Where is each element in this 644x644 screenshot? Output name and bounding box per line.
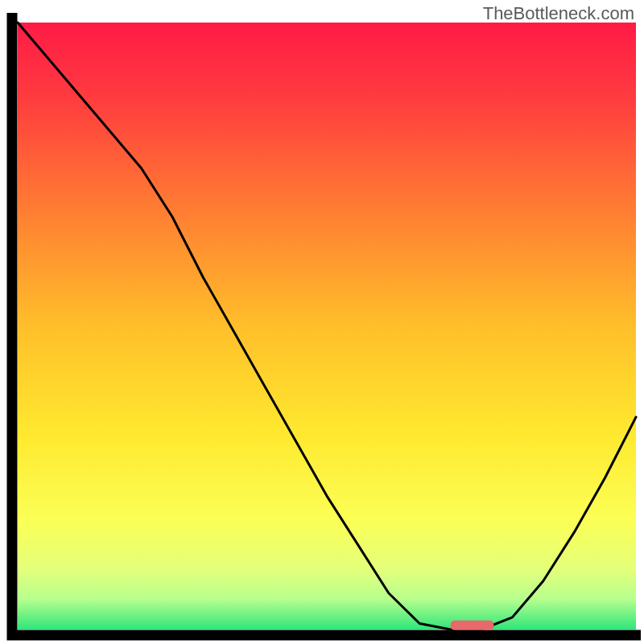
bottleneck-chart bbox=[0, 0, 644, 644]
watermark-text: TheBottleneck.com bbox=[483, 3, 634, 24]
plot-background bbox=[18, 23, 636, 630]
chart-container: TheBottleneck.com bbox=[0, 0, 644, 644]
optimum-highlight bbox=[451, 621, 494, 630]
